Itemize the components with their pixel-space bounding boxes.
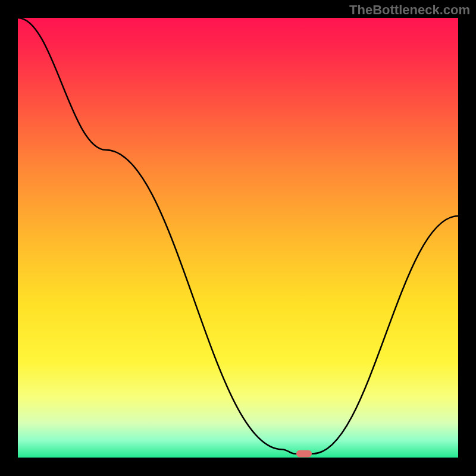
watermark-text: TheBottleneck.com <box>349 2 470 18</box>
optimal-marker <box>296 450 312 458</box>
chart-container: TheBottleneck.com <box>0 0 476 476</box>
bottleneck-chart <box>0 0 476 476</box>
gradient-background <box>18 18 458 458</box>
